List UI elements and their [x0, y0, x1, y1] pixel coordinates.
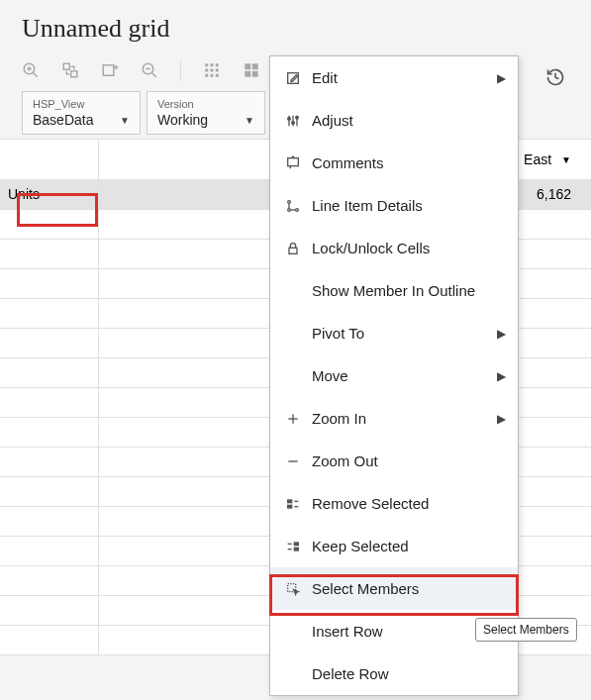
menu-item-adjust[interactable]: Adjust — [270, 99, 518, 142]
grid-view-2-icon[interactable] — [243, 61, 260, 79]
chevron-down-icon: ▼ — [120, 115, 130, 126]
svg-point-31 — [296, 116, 299, 119]
menu-item-zoomout[interactable]: Zoom Out — [270, 440, 518, 482]
svg-rect-20 — [216, 74, 219, 77]
menu-label: Remove Selected — [312, 495, 506, 512]
pov-item-hspview[interactable]: HSP_View BaseData ▼ — [22, 91, 141, 135]
edit-icon — [282, 70, 304, 86]
svg-rect-15 — [205, 69, 208, 72]
menu-item-pivot[interactable]: Pivot To ▶ — [270, 312, 518, 354]
svg-rect-16 — [211, 69, 214, 72]
chevron-down-icon: ▼ — [561, 154, 571, 165]
svg-point-29 — [288, 117, 291, 120]
tooltip: Select Members — [475, 618, 577, 642]
menu-label: Delete Row — [312, 665, 506, 682]
menu-item-comments[interactable]: Comments — [270, 142, 518, 184]
toolbar-separator — [180, 59, 181, 81]
svg-rect-22 — [252, 63, 258, 69]
context-menu: Edit ▶ Adjust Comments Line Item Details… — [269, 55, 519, 696]
svg-rect-21 — [245, 63, 250, 69]
pov-dim-label: Version — [157, 98, 254, 110]
zoom-in-icon[interactable] — [22, 61, 40, 79]
menu-item-lineitem[interactable]: Line Item Details — [270, 184, 518, 227]
svg-rect-12 — [205, 63, 208, 66]
add-panel-icon[interactable] — [101, 61, 119, 79]
comments-icon — [282, 155, 304, 171]
chevron-right-icon: ▶ — [497, 412, 506, 426]
menu-item-keepselected[interactable]: Keep Selected — [270, 525, 518, 567]
menu-label: Comments — [312, 154, 506, 171]
pov-dim-label: HSP_View — [33, 98, 130, 110]
svg-rect-17 — [216, 69, 219, 72]
history-icon[interactable] — [545, 67, 565, 87]
svg-rect-32 — [288, 157, 299, 165]
menu-item-lock[interactable]: Lock/Unlock Cells — [270, 227, 518, 269]
svg-rect-24 — [252, 71, 258, 77]
svg-rect-14 — [216, 63, 219, 66]
grid-view-1-icon[interactable] — [203, 61, 221, 79]
svg-rect-19 — [211, 74, 214, 77]
menu-label: Zoom In — [312, 410, 491, 427]
svg-point-30 — [292, 121, 295, 124]
menu-label: Edit — [312, 69, 491, 86]
chevron-right-icon: ▶ — [497, 369, 506, 383]
svg-rect-13 — [211, 63, 214, 66]
pov-value: Working — [157, 112, 208, 128]
svg-point-36 — [288, 200, 291, 203]
svg-point-38 — [296, 208, 299, 211]
menu-label: Lock/Unlock Cells — [312, 240, 506, 256]
adjust-icon — [282, 113, 304, 129]
menu-label: Line Item Details — [312, 197, 506, 214]
chevron-down-icon: ▼ — [245, 115, 254, 126]
menu-label: Move — [312, 367, 491, 384]
minus-icon — [282, 453, 304, 469]
menu-item-selectmembers[interactable]: Select Members — [270, 567, 518, 610]
corner-cell — [0, 140, 99, 179]
menu-label: Zoom Out — [312, 452, 506, 469]
column-header-label: East — [524, 151, 551, 167]
svg-rect-50 — [294, 548, 298, 550]
menu-item-deleterow[interactable]: Delete Row — [270, 652, 518, 695]
svg-line-1 — [33, 72, 38, 77]
svg-rect-45 — [288, 500, 292, 503]
svg-rect-46 — [288, 505, 292, 508]
menu-item-removeselected[interactable]: Remove Selected — [270, 482, 518, 525]
menu-item-edit[interactable]: Edit ▶ — [270, 56, 518, 99]
pov-value: BaseData — [33, 112, 93, 128]
chevron-right-icon: ▶ — [497, 327, 506, 341]
menu-label: Select Members — [312, 580, 506, 597]
lineitem-icon — [282, 198, 304, 214]
zoom-out-icon[interactable] — [141, 61, 158, 79]
svg-rect-4 — [63, 63, 69, 69]
plus-icon — [282, 411, 304, 427]
menu-label: Pivot To — [312, 325, 491, 342]
svg-rect-18 — [205, 74, 208, 77]
menu-label: Adjust — [312, 112, 506, 129]
remove-sel-icon — [282, 496, 304, 512]
menu-label: Show Member In Outline — [312, 282, 506, 299]
svg-rect-6 — [103, 65, 114, 76]
menu-item-showmember[interactable]: Show Member In Outline — [270, 269, 518, 312]
select-icon — [282, 581, 304, 597]
row-header-units[interactable]: Units — [0, 180, 99, 209]
menu-item-move[interactable]: Move ▶ — [270, 354, 518, 397]
menu-item-zoomin[interactable]: Zoom In ▶ — [270, 397, 518, 440]
chevron-right-icon: ▶ — [497, 71, 506, 85]
pov-item-version[interactable]: Version Working ▼ — [147, 91, 265, 135]
svg-rect-5 — [71, 71, 77, 77]
svg-rect-49 — [294, 543, 298, 546]
svg-rect-41 — [289, 248, 297, 253]
page-title: Unnamed grid — [0, 0, 591, 53]
svg-line-10 — [151, 72, 156, 77]
svg-rect-23 — [245, 71, 250, 77]
pivot-icon[interactable] — [61, 61, 79, 79]
lock-icon — [282, 241, 304, 256]
keep-sel-icon — [282, 539, 304, 554]
menu-label: Keep Selected — [312, 538, 506, 554]
svg-point-37 — [288, 208, 291, 211]
